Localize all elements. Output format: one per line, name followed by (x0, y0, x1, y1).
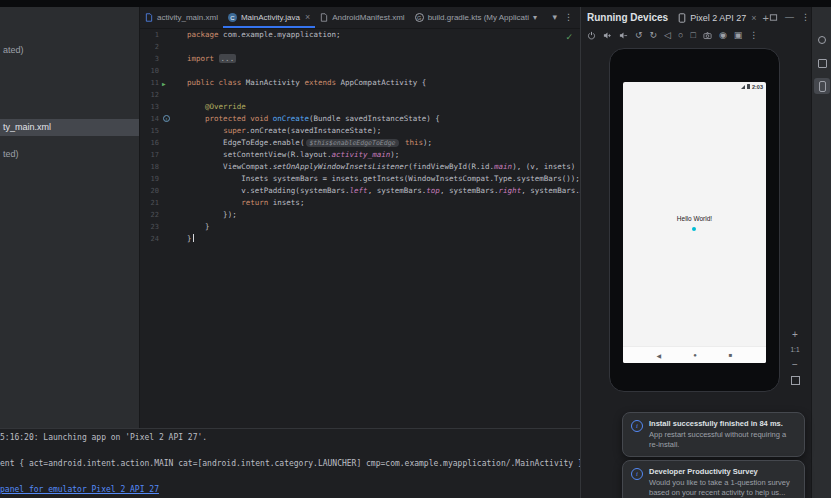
title-bar (0, 0, 831, 7)
device-screen[interactable]: 2:03 Hello World! ◀ ● ■ (623, 82, 766, 363)
zoom-out-button[interactable]: − (792, 359, 798, 370)
gutter: ▶ (159, 77, 187, 89)
console-line: ent { act=android.intent.action.MAIN cat… (0, 457, 580, 470)
code-line[interactable]: 11▶public class MainActivity extends App… (140, 77, 580, 89)
code-text: ViewCompat.setOnApplyWindowInsetsListene… (187, 161, 580, 173)
gutter (159, 221, 187, 233)
line-number: 24 (140, 233, 159, 245)
code-text: Insets systemBars = insets.getInsets(Win… (187, 173, 580, 185)
nav-home-icon[interactable]: ● (693, 352, 697, 358)
more-vertical-icon[interactable]: ⋮ (749, 31, 758, 40)
fit-screen-button[interactable] (791, 376, 800, 385)
gutter (159, 125, 187, 137)
code-line[interactable]: 15 super.onCreate(savedInstanceState); (140, 125, 580, 137)
line-number: 19 (140, 173, 159, 185)
record-icon[interactable]: ◉ (719, 31, 727, 40)
code-line[interactable]: 2 (140, 41, 580, 53)
code-line[interactable]: 18 ViewCompat.setOnApplyWindowInsetsList… (140, 161, 580, 173)
editor-area: activity_main.xmlCMainActivity.java×Andr… (140, 7, 580, 428)
volume-down-icon[interactable] (619, 31, 628, 40)
snapshot-icon[interactable]: ▣ (734, 31, 743, 40)
volume-up-icon[interactable] (603, 31, 612, 40)
code-text (187, 89, 580, 101)
line-number: 21 (140, 197, 159, 209)
minimize-icon[interactable]: — (785, 13, 794, 22)
notification-title: Developer Productivity Survey (649, 467, 796, 476)
project-tree-item-selected[interactable]: ty_main.xml (0, 119, 139, 136)
code-line[interactable]: 22 }); (140, 209, 580, 221)
nav-back-icon[interactable]: ◀ (657, 352, 662, 359)
running-devices-button[interactable] (814, 78, 830, 94)
project-tree-item[interactable]: ated) (3, 45, 24, 55)
gutter (159, 29, 187, 41)
rotate-left-icon[interactable]: ↺ (635, 31, 643, 40)
code-text: package com.example.myapplication; (187, 29, 580, 41)
code-line[interactable]: 10 (140, 65, 580, 77)
code-editor[interactable]: 1package com.example.myapplication;23imp… (140, 29, 580, 428)
zoom-controls: + 1:1 − (787, 329, 803, 385)
code-line[interactable]: 19 Insets systemBars = insets.getInsets(… (140, 173, 580, 185)
close-icon[interactable]: × (305, 13, 310, 22)
more-vertical-icon[interactable]: ⋮ (564, 13, 573, 22)
java-class-icon: C (228, 13, 237, 22)
signal-icon (741, 85, 745, 89)
console-link[interactable]: panel for emulator Pixel 2 API 27 (0, 483, 580, 496)
chevron-down-icon[interactable]: ▾ (533, 14, 537, 22)
device-tab[interactable]: Pixel 2 API 27 × (678, 13, 756, 23)
project-tree-item[interactable]: ted) (3, 149, 19, 159)
gutter (159, 89, 187, 101)
code-line[interactable]: 1package com.example.myapplication; (140, 29, 580, 41)
line-number: 20 (140, 185, 159, 197)
code-line[interactable]: 14↑ protected void onCreate(Bundle saved… (140, 113, 580, 125)
code-text: v.setPadding(systemBars.left, systemBars… (187, 185, 580, 197)
gutter (159, 65, 187, 77)
code-text: }); (187, 209, 580, 221)
code-line[interactable]: 24} (140, 233, 580, 245)
camera-icon[interactable] (703, 31, 712, 40)
run-console[interactable]: 5:16:20: Launching app on 'Pixel 2 API 2… (0, 428, 580, 498)
inspection-ok-icon[interactable]: ✓ (565, 32, 573, 42)
gutter (159, 209, 187, 221)
chevron-down-icon[interactable]: ▾ (552, 13, 557, 22)
window-icon[interactable] (769, 13, 778, 22)
device-manager-button[interactable] (814, 55, 830, 71)
code-line[interactable]: 20 v.setPadding(systemBars.left, systemB… (140, 185, 580, 197)
code-line[interactable]: 21 return insets; (140, 197, 580, 209)
close-icon[interactable]: × (751, 13, 756, 23)
code-line[interactable]: 16 EdgeToEdge.enable($this$enableEdgeToE… (140, 137, 580, 149)
device-toolbar: ↺↻◁○□◉▣⋮ (581, 28, 811, 43)
gradle-button[interactable] (814, 32, 830, 48)
editor-tab[interactable]: activity_main.xml (140, 7, 223, 28)
more-vertical-icon[interactable]: ⋮ (801, 13, 810, 22)
tab-label: activity_main.xml (157, 13, 218, 22)
code-line[interactable]: 12 (140, 89, 580, 101)
gutter (159, 137, 187, 149)
nav-overview-icon[interactable]: ■ (729, 352, 733, 358)
power-icon[interactable] (587, 31, 596, 40)
editor-tab[interactable]: CMainActivity.java× (223, 7, 315, 28)
code-line[interactable]: 17 setContentView(R.layout.activity_main… (140, 149, 580, 161)
editor-tab[interactable]: Gbuild.gradle.kts (My Applicati▾ (410, 7, 542, 28)
code-line[interactable]: 3import ... (140, 53, 580, 65)
code-line[interactable]: 13 @Override (140, 101, 580, 113)
overview-icon[interactable]: □ (690, 31, 695, 40)
code-text: setContentView(R.layout.activity_main); (187, 149, 580, 161)
code-line[interactable]: 23 } (140, 221, 580, 233)
gutter (159, 101, 187, 113)
notification-balloon[interactable]: iDeveloper Productivity SurveyWould you … (622, 460, 805, 498)
zoom-in-button[interactable]: + (792, 329, 798, 340)
rotate-right-icon[interactable]: ↻ (650, 31, 658, 40)
gutter (159, 161, 187, 173)
back-icon[interactable]: ◁ (664, 31, 671, 40)
code-text: public class MainActivity extends AppCom… (187, 77, 580, 89)
editor-tab[interactable]: AndroidManifest.xml (315, 7, 409, 28)
editor-tabs: activity_main.xmlCMainActivity.java×Andr… (140, 7, 580, 28)
manifest-file-icon (320, 13, 328, 22)
right-tool-sidebar (811, 7, 831, 498)
home-icon[interactable]: ○ (678, 31, 683, 40)
zoom-ratio-label[interactable]: 1:1 (790, 346, 799, 353)
notification-balloon[interactable]: iInstall successfully finished in 84 ms.… (622, 412, 805, 457)
override-marker-icon[interactable]: ↑ (163, 115, 170, 122)
project-tool-window[interactable]: ated)ty_main.xmlted) (0, 7, 140, 428)
panel-header-actions: —⋮ (769, 13, 810, 22)
